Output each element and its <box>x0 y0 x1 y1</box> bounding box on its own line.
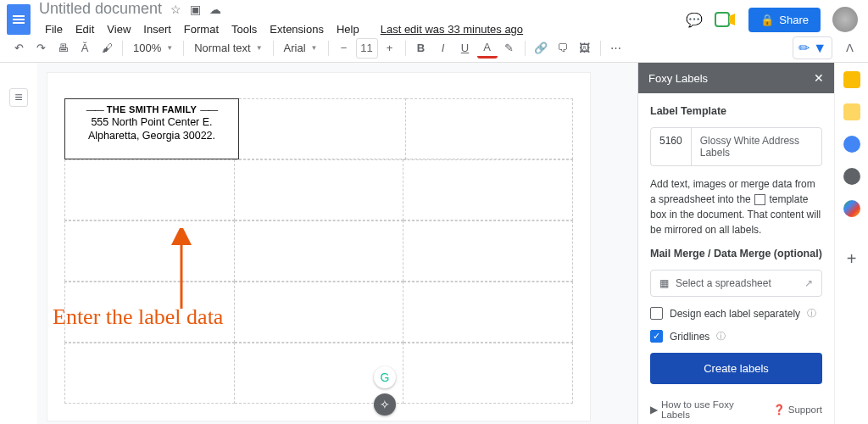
font-size-input[interactable]: 11 <box>356 38 378 59</box>
link-icon[interactable]: 🔗 <box>531 38 551 59</box>
mail-merge-heading: Mail Merge / Data Merge (optional) <box>650 248 822 259</box>
bold-icon[interactable]: B <box>411 38 431 59</box>
highlight-icon[interactable]: ✎ <box>499 38 520 59</box>
page: THE SMITH FAMILY 555 North Point Center … <box>47 73 590 421</box>
menu-insert[interactable]: Insert <box>137 20 177 39</box>
comment-icon[interactable]: 🗨 <box>553 38 573 59</box>
redo-icon[interactable]: ↷ <box>31 38 51 59</box>
undo-icon[interactable]: ↶ <box>8 38 29 59</box>
template-selector[interactable]: 5160 Glossy White Address Labels <box>650 127 822 166</box>
label-template-heading: Label Template <box>650 105 822 117</box>
contacts-icon[interactable] <box>843 168 860 185</box>
account-avatar[interactable] <box>832 7 858 32</box>
open-external-icon[interactable]: ↗ <box>804 277 813 289</box>
sidebar-title: Foxy Labels <box>648 72 708 85</box>
image-icon[interactable]: 🖼 <box>575 38 595 59</box>
info-icon[interactable]: ⓘ <box>716 330 726 343</box>
howto-link[interactable]: ▶ How to use Foxy Labels <box>650 399 761 420</box>
underline-icon[interactable]: U <box>455 38 476 59</box>
menu-bar: File Edit View Insert Format Tools Exten… <box>39 20 529 39</box>
label-line-1: THE SMITH FAMILY <box>69 104 235 114</box>
font-size-dec[interactable]: − <box>334 38 354 59</box>
label-cell[interactable] <box>239 98 406 159</box>
grammarly-icon[interactable]: G <box>374 366 396 388</box>
annotation-arrow-icon <box>169 228 194 313</box>
sidebar-header: Foxy Labels ✕ <box>638 63 834 93</box>
comments-icon[interactable]: 💬 <box>686 11 703 28</box>
left-gutter: ≡ <box>0 63 37 424</box>
select-spreadsheet-button[interactable]: ▦ Select a spreadsheet ↗ <box>650 270 822 297</box>
italic-icon[interactable]: I <box>433 38 453 59</box>
outline-toggle-icon[interactable]: ≡ <box>9 88 28 107</box>
checkbox-gridlines[interactable]: ✓ <box>650 330 663 343</box>
label-line-3: Alpharetta, Georgia 30022. <box>69 130 235 142</box>
add-addon-icon[interactable]: + <box>847 249 857 269</box>
close-icon[interactable]: ✕ <box>814 71 824 85</box>
svg-rect-0 <box>715 13 729 26</box>
side-rail: + <box>834 63 868 424</box>
info-icon[interactable]: ⓘ <box>807 307 816 320</box>
explore-icon[interactable]: ✧ <box>374 393 396 416</box>
label-cell[interactable] <box>403 159 573 220</box>
label-cell-active[interactable]: THE SMITH FAMILY 555 North Point Center … <box>64 98 239 159</box>
document-canvas[interactable]: THE SMITH FAMILY 555 North Point Center … <box>37 63 637 424</box>
keep-icon[interactable] <box>843 103 860 120</box>
annotation-text: Enter the label data <box>53 304 223 330</box>
label-cell[interactable] <box>403 220 573 282</box>
template-name: Glossy White Address Labels <box>692 128 821 165</box>
lock-icon: 🔒 <box>760 14 774 26</box>
font-size-inc[interactable]: + <box>380 38 400 59</box>
menu-format[interactable]: Format <box>178 20 225 39</box>
label-cell[interactable] <box>235 159 404 220</box>
move-icon[interactable]: ▣ <box>190 3 201 16</box>
zoom-select[interactable]: 100%▼ <box>128 42 178 54</box>
label-cell[interactable] <box>403 282 573 343</box>
label-cell[interactable] <box>406 98 573 159</box>
share-label: Share <box>779 14 809 26</box>
style-select[interactable]: Normal text▼ <box>189 42 267 54</box>
label-cell[interactable] <box>235 220 404 282</box>
label-cell[interactable] <box>403 343 573 404</box>
docs-logo-icon[interactable] <box>7 4 31 35</box>
opt-separate-label: Design each label separately <box>670 308 800 320</box>
label-cell[interactable] <box>235 282 404 343</box>
menu-file[interactable]: File <box>39 20 69 39</box>
help-text: Add text, images or merge data from a sp… <box>650 176 822 237</box>
label-cell[interactable] <box>64 343 235 404</box>
menu-edit[interactable]: Edit <box>70 20 100 39</box>
label-cell[interactable] <box>64 159 235 220</box>
spellcheck-icon[interactable]: Ă <box>75 38 95 59</box>
create-labels-button[interactable]: Create labels <box>650 353 822 384</box>
app-header: Untitled document ☆ ▣ ☁ File Edit View I… <box>0 0 868 34</box>
meet-icon[interactable] <box>715 11 737 28</box>
menu-help[interactable]: Help <box>331 20 365 39</box>
foxy-labels-sidebar: Foxy Labels ✕ Label Template 5160 Glossy… <box>637 63 834 424</box>
print-icon[interactable]: 🖶 <box>53 38 73 59</box>
text-color-icon[interactable]: A <box>477 38 498 59</box>
font-select[interactable]: Arial▼ <box>279 42 323 54</box>
cloud-status-icon[interactable]: ☁ <box>209 3 221 16</box>
menu-extensions[interactable]: Extensions <box>264 20 330 39</box>
template-code: 5160 <box>651 128 692 165</box>
menu-tools[interactable]: Tools <box>225 20 263 39</box>
star-icon[interactable]: ☆ <box>170 3 181 16</box>
share-button[interactable]: 🔒Share <box>748 8 821 32</box>
menu-view[interactable]: View <box>101 20 136 39</box>
label-cell[interactable] <box>64 220 235 282</box>
separator <box>122 41 123 56</box>
more-icon[interactable]: ⋯ <box>606 38 626 59</box>
tasks-icon[interactable] <box>843 136 860 153</box>
paint-format-icon[interactable]: 🖌 <box>97 38 117 59</box>
calendar-icon[interactable] <box>843 71 860 88</box>
checkbox-design-separate[interactable] <box>650 307 663 320</box>
label-grid: THE SMITH FAMILY 555 North Point Center … <box>64 98 573 421</box>
document-title[interactable]: Untitled document <box>39 0 162 18</box>
spreadsheet-placeholder: Select a spreadsheet <box>676 277 771 289</box>
hide-menus-icon[interactable]: ᐱ <box>839 38 860 59</box>
support-link[interactable]: ❓ Support <box>773 399 822 420</box>
mode-select[interactable]: ✏ ▼ <box>793 36 832 59</box>
last-edit-link[interactable]: Last edit was 33 minutes ago <box>375 20 529 39</box>
template-box-icon <box>754 194 765 205</box>
maps-icon[interactable] <box>843 200 860 217</box>
floating-actions: G ✧ <box>374 366 396 416</box>
